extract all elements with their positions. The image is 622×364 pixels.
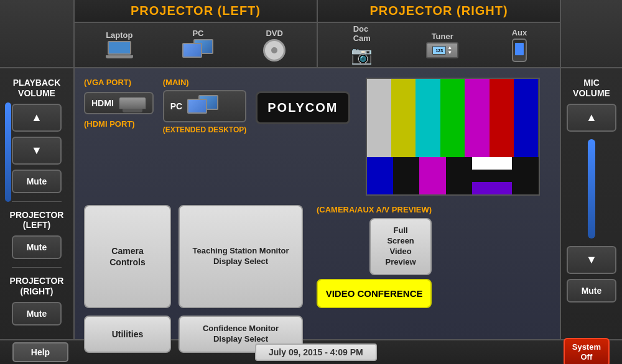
mic-volume-up-button[interactable]: ▲ xyxy=(567,104,616,132)
pc-main-icon xyxy=(187,95,218,117)
right-sidebar: MIC VOLUME ▲ ▼ Mute xyxy=(560,68,622,339)
doccam-icon: 📷 xyxy=(351,44,373,66)
camera-controls-button[interactable]: Camera Controls xyxy=(84,205,171,308)
bar-red xyxy=(490,79,514,157)
bar-cyan xyxy=(415,79,440,157)
source-tuner-button[interactable]: Tuner 123 ▲ ▼ xyxy=(426,32,458,58)
bar-bot-magenta xyxy=(419,157,445,194)
hdmi-port-label: (HDMI PORT) xyxy=(84,119,154,129)
camera-controls-label: Camera Controls xyxy=(96,245,159,268)
projector-left-header: PROJECTOR (LEFT) xyxy=(75,0,318,22)
bar-bot-black3 xyxy=(472,157,512,194)
playback-volume-down-button[interactable]: ▼ xyxy=(12,137,62,165)
help-label: Help xyxy=(31,347,50,357)
hdmi-icon xyxy=(119,97,146,109)
main-label: (MAIN) xyxy=(163,78,246,87)
camera-aux-preview-label: (CAMERA/AUX A/V PREVIEW) xyxy=(317,205,432,214)
hdmi-label: HDMI xyxy=(91,98,114,108)
datetime-display: July 09, 2015 - 4:09 PM xyxy=(255,344,377,361)
playback-volume-label: PLAYBACK VOLUME xyxy=(6,78,67,99)
color-bars-bottom xyxy=(367,157,539,194)
video-conference-label: VIDEO CONFERENCE xyxy=(326,288,423,299)
pc-main-label: PC xyxy=(170,101,182,111)
projector-right-sidebar-label: PROJECTOR (RIGHT) xyxy=(6,276,67,297)
source-tuner-label: Tuner xyxy=(432,32,453,41)
projector-left-mute-button[interactable]: Mute xyxy=(12,235,62,259)
bar-magenta xyxy=(465,79,489,157)
pc-main-button[interactable]: PC xyxy=(163,90,246,122)
projector-right-title: PROJECTOR (RIGHT) xyxy=(369,4,508,18)
source-laptop-label: Laptop xyxy=(106,30,132,40)
pc-icon xyxy=(182,39,213,61)
vga-port-label: (VGA PORT) xyxy=(84,78,154,87)
left-sidebar: PLAYBACK VOLUME ▲ ▼ Mute PROJECTOR (LEFT… xyxy=(0,68,75,339)
mic-volume-slider[interactable] xyxy=(588,139,595,239)
projector-right-header: PROJECTOR (RIGHT) xyxy=(318,0,560,22)
bar-white xyxy=(367,79,391,157)
source-pc-button[interactable]: PC xyxy=(182,29,213,61)
source-aux-button[interactable]: Aux xyxy=(512,28,527,62)
laptop-icon xyxy=(106,41,133,60)
source-buttons-right: DocCam 📷 Tuner 123 ▲ ▼ Aux xyxy=(318,23,560,67)
hdmi-vga-button[interactable]: HDMI xyxy=(84,92,154,114)
playback-volume-up-button[interactable]: ▲ xyxy=(12,104,62,132)
bar-bot-black1 xyxy=(393,157,419,194)
help-button[interactable]: Help xyxy=(12,342,68,362)
projector-area: PROJECTOR (LEFT) PROJECTOR (RIGHT) Lapto… xyxy=(75,0,560,67)
teaching-station-button[interactable]: Teaching Station Monitor Display Select xyxy=(179,205,303,308)
bar-bot-blue xyxy=(367,157,393,194)
source-dvd-button[interactable]: DVD xyxy=(263,29,285,61)
projector-left-title: PROJECTOR (LEFT) xyxy=(131,4,261,18)
polycom-label: POLYCOM xyxy=(267,101,338,115)
source-pc-label: PC xyxy=(192,29,203,38)
main-column: (MAIN) PC (EXTENDED DESKTOP) xyxy=(163,78,246,134)
bar-green xyxy=(440,79,465,157)
playback-volume-slider[interactable] xyxy=(5,102,11,202)
sidebar-divider-2 xyxy=(12,267,62,268)
projector-headers: PROJECTOR (LEFT) PROJECTOR (RIGHT) xyxy=(75,0,560,23)
source-dvd-label: DVD xyxy=(266,29,282,38)
teaching-station-label: Teaching Station Monitor Display Select xyxy=(191,246,290,267)
bar-bot-black2 xyxy=(446,157,472,194)
source-buttons-row: Laptop PC DVD xyxy=(75,23,560,67)
tuner-icon: 123 ▲ ▼ xyxy=(426,42,458,58)
system-off-label: SystemOff xyxy=(572,342,601,362)
port-column: (VGA PORT) HDMI (HDMI PORT) xyxy=(84,78,154,129)
source-aux-label: Aux xyxy=(512,28,527,37)
full-screen-video-button[interactable]: Full Screen Video Preview xyxy=(369,218,432,275)
left-sidebar-top-spacer xyxy=(0,0,75,67)
source-laptop-button[interactable]: Laptop xyxy=(106,30,133,60)
bar-bot-black4 xyxy=(512,157,538,194)
color-bars-top xyxy=(367,79,539,157)
mic-volume-down-button[interactable]: ▼ xyxy=(567,246,616,274)
projector-right-mute-button[interactable]: Mute xyxy=(12,302,62,325)
aux-icon xyxy=(512,39,527,62)
mic-mute-button[interactable]: Mute xyxy=(567,279,616,303)
source-doccam-label: DocCam xyxy=(353,24,371,43)
center-content: (VGA PORT) HDMI (HDMI PORT) (MAIN) PC ( xyxy=(75,68,560,339)
dvd-icon xyxy=(263,39,285,61)
source-buttons-left: Laptop PC DVD xyxy=(75,23,318,67)
bar-yellow xyxy=(391,79,415,157)
confidence-monitor-label: Confidence Monitor Display Select xyxy=(190,324,292,345)
main-area: PLAYBACK VOLUME ▲ ▼ Mute PROJECTOR (LEFT… xyxy=(0,68,622,339)
extended-desktop-label: (EXTENDED DESKTOP) xyxy=(163,125,246,134)
video-conference-button[interactable]: VIDEO CONFERENCE xyxy=(317,279,432,309)
video-preview xyxy=(366,78,540,196)
sidebar-divider-1 xyxy=(12,201,62,202)
mic-volume-label: MIC VOLUME xyxy=(566,78,617,99)
utilities-label: Utilities xyxy=(112,329,144,340)
source-doccam-button[interactable]: DocCam 📷 xyxy=(351,24,373,66)
full-screen-label: Full Screen Video Preview xyxy=(386,225,416,266)
utilities-button[interactable]: Utilities xyxy=(84,316,171,353)
system-off-button[interactable]: SystemOff xyxy=(564,338,610,364)
datetime-text: July 09, 2015 - 4:09 PM xyxy=(269,347,363,357)
polycom-button[interactable]: POLYCOM xyxy=(256,91,350,124)
projector-left-sidebar-label: PROJECTOR (LEFT) xyxy=(6,210,67,231)
playback-mute-button[interactable]: Mute xyxy=(12,170,62,193)
bar-blue xyxy=(514,79,538,157)
right-sidebar-top-spacer xyxy=(560,0,622,67)
